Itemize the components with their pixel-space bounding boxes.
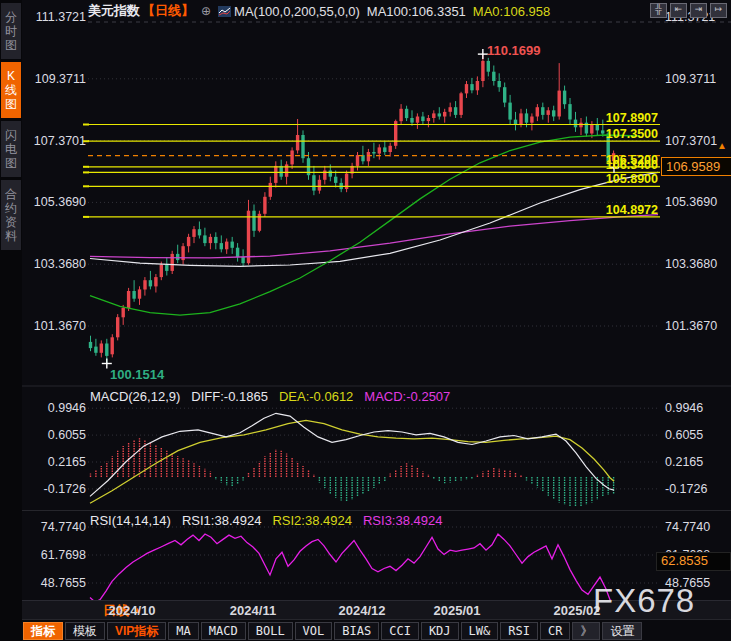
rsi-header: RSI(14,14,14) RSI1:38.4924 RSI2:38.4924 … [90, 513, 442, 528]
ma0-value: MA0:106.958 [473, 4, 550, 19]
symbol-title: 美元指数 [88, 2, 140, 20]
price-level-label: 107.3500 [480, 127, 658, 141]
rsi3-value: RSI3:38.4924 [363, 513, 443, 528]
crosshair-icon[interactable]: ╬ [650, 3, 667, 18]
sidebar-tab-分时图[interactable]: 分时图 [1, 3, 21, 59]
month-label: 2024/11 [211, 603, 295, 618]
price-axis-label-left: 109.3711 [20, 72, 86, 86]
price-axis-label-right: 105.3690 [665, 195, 731, 209]
toolbar-item-VOL[interactable]: VOL [295, 622, 333, 640]
price-axis-label-left: 103.3680 [20, 257, 86, 271]
toolbar-item-》[interactable]: 》 [572, 622, 600, 640]
toolbar-item-BOLL[interactable]: BOLL [248, 622, 293, 640]
macd-axis-label-right: -0.1726 [665, 482, 731, 496]
price-axis-label-right: 103.3680 [665, 257, 731, 271]
price-axis-label-right: 109.3711 [665, 72, 731, 86]
macd-axis-label-left: 0.6055 [20, 428, 86, 442]
price-axis-label-left: 101.3670 [20, 319, 86, 333]
price-axis-label-left: 105.3690 [20, 195, 86, 209]
low-price-label: 100.1514 [110, 367, 164, 382]
rsi-axis-label-left: 48.7655 [20, 576, 86, 590]
macd-axis-label-left: -0.1726 [20, 482, 86, 496]
axis-shift-right-icon[interactable]: ⇥ [690, 3, 707, 18]
month-label: 2024/10 [90, 603, 174, 618]
sidebar-tab-合约资料[interactable]: 合约资料 [1, 180, 21, 250]
trading-app: 分时图K线图闪电图合约资料 美元指数【日线】 ⊕ MA(100,0,200,55… [0, 0, 731, 641]
month-label: 2025/01 [415, 603, 499, 618]
toolbar-item-MA[interactable]: MA [168, 622, 198, 640]
indicator-chart-icon [218, 6, 231, 17]
bottom-toolbar: 指标模板VIP指标MAMACDBOLLVOLBIASCCIKDJLW&RSICR… [22, 619, 731, 641]
toolbar-item-LW&[interactable]: LW& [461, 622, 499, 640]
chart-canvas[interactable] [0, 0, 731, 641]
price-level-label: 104.8972 [480, 203, 658, 217]
rsi-axis-label-left: 61.7698 [20, 548, 86, 562]
macd-axis-label-left: 0.2165 [20, 455, 86, 469]
price-level-label: 107.8907 [480, 111, 658, 125]
toolbar-item-KDJ[interactable]: KDJ [421, 622, 459, 640]
window-buttons: ╬⇤⇥↦ [650, 3, 727, 18]
toolbar-item-VIP指标[interactable]: VIP指标 [107, 622, 166, 640]
toolbar-item-RSI[interactable]: RSI [500, 622, 538, 640]
macd-axis-label-left: 0.9946 [20, 401, 86, 415]
pan-right-icon[interactable]: ↦ [710, 3, 727, 18]
toolbar-item-CCI[interactable]: CCI [381, 622, 419, 640]
add-indicator-icon[interactable]: ⊕ [201, 4, 211, 18]
high-price-label: 110.1699 [487, 43, 541, 58]
rsi1-value: RSI1:38.4924 [182, 513, 262, 528]
macd-axis-label-right: 0.6055 [665, 428, 731, 442]
axis-shift-left-icon[interactable]: ⇤ [670, 3, 687, 18]
price-axis-label-right: 101.3670 [665, 319, 731, 333]
chart-header: 美元指数【日线】 ⊕ MA(100,0,200,55,0,0) MA100:10… [88, 3, 550, 19]
current-price-box: 106.9589 [661, 157, 731, 176]
price-axis-label-left: 111.3721 [20, 10, 86, 24]
rsi-current-value-box: 62.8535 [656, 552, 731, 571]
price-axis-label-left: 107.3701 [20, 134, 86, 148]
price-level-label: 105.8900 [480, 172, 658, 186]
month-label: 2024/12 [320, 603, 404, 618]
period-tag: 【日线】 [142, 2, 194, 20]
macd-params: MACD(26,12,9) [90, 389, 180, 404]
macd-header: MACD(26,12,9) DIFF:-0.1865 DEA:-0.0612 M… [90, 389, 450, 404]
ma100-value: MA100:106.3351 [367, 4, 466, 19]
sidebar: 分时图K线图闪电图合约资料 [0, 0, 22, 641]
sidebar-tab-闪电图[interactable]: 闪电图 [1, 121, 21, 177]
ma-settings-label: MA(100,0,200,55,0,0) [234, 4, 360, 19]
rsi-params: RSI(14,14,14) [90, 513, 171, 528]
macd-axis-label-right: 0.9946 [665, 401, 731, 415]
toolbar-item-MACD[interactable]: MACD [201, 622, 246, 640]
rsi2-value: RSI2:38.4924 [272, 513, 352, 528]
price-direction-arrow-icon: ▲ [717, 140, 727, 151]
macd-dea-value: DEA:-0.0612 [279, 389, 353, 404]
rsi-axis-label-left: 74.7740 [20, 520, 86, 534]
macd-axis-label-right: 0.2165 [665, 455, 731, 469]
toolbar-item-设置[interactable]: 设置 [602, 622, 642, 640]
toolbar-item-CR[interactable]: CR [540, 622, 570, 640]
watermark: FX678 [593, 582, 695, 620]
sidebar-tab-K线图[interactable]: K线图 [1, 62, 21, 118]
price-level-label: 106.3400 [480, 158, 658, 172]
toolbar-item-指标[interactable]: 指标 [23, 622, 63, 640]
toolbar-item-BIAS[interactable]: BIAS [334, 622, 379, 640]
toolbar-item-模板[interactable]: 模板 [65, 622, 105, 640]
rsi-axis-label-right: 74.7740 [665, 520, 731, 534]
macd-macd-value: MACD:-0.2507 [364, 389, 450, 404]
macd-diff-value: DIFF:-0.1865 [191, 389, 268, 404]
